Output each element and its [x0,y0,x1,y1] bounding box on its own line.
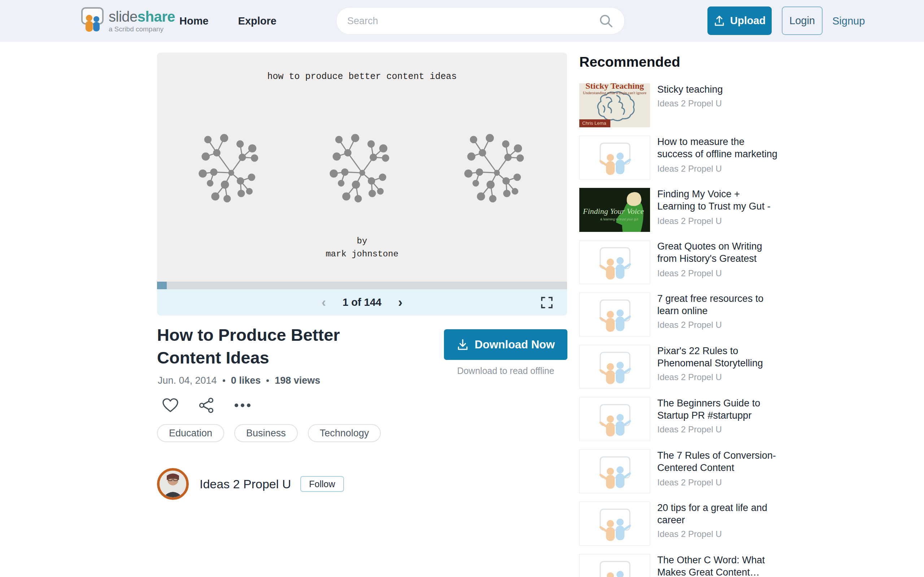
recommended-item[interactable]: Pixar's 22 Rules to Phenomenal Storytell… [579,345,778,389]
recommended-item-text: How to measure the success of offline ma… [657,135,778,180]
slideshare-placeholder-icon [580,502,650,546]
mindmap-graphic-2 [324,125,398,215]
category-tags: Education Business Technology [157,424,381,442]
current-slide[interactable]: how to produce better content ideas by m… [157,53,567,282]
recommended-item[interactable]: Finding Your Voice & learning to trust y… [579,188,778,232]
recommended-item-title[interactable]: How to measure the success of offline ma… [657,135,778,161]
share-button[interactable] [198,397,215,414]
slideshare-placeholder-icon [580,136,650,180]
recommended-item-text: 7 great free resources to learn onlineId… [657,292,778,337]
signup-link[interactable]: Signup [832,0,865,42]
tag-education[interactable]: Education [157,424,224,442]
recommended-thumbnail[interactable] [579,449,650,493]
recommended-item-author: Ideas 2 Propel U [657,320,778,330]
recommended-item-author: Ideas 2 Propel U [657,477,778,488]
recommended-item-author: Ideas 2 Propel U [657,529,778,539]
author-avatar[interactable] [157,468,189,500]
recommended-item-title[interactable]: The Other C Word: What Makes Great Conte… [657,554,778,577]
mindmap-graphic-1 [193,125,267,215]
upload-label: Upload [730,15,766,27]
recommended-item-text: The 7 Rules of Conversion-Centered Conte… [657,449,778,493]
slide-scrollbar-thumb[interactable] [157,282,167,289]
sticky-thumb-subtitle: Understanding what a brain can't ignore [579,90,650,95]
recommended-item-title[interactable]: Sticky teaching [657,83,778,95]
player-controls: ‹ 1 of 144 › [157,289,567,316]
recommended-item-title[interactable]: 7 great free resources to learn online [657,292,778,317]
tag-technology[interactable]: Technology [308,424,381,442]
previous-slide-button[interactable]: ‹ [321,296,326,309]
recommended-thumbnail[interactable] [579,554,650,577]
recommended-item-text: Finding My Voice + Learning to Trust my … [657,188,778,232]
recommended-item[interactable]: How to measure the success of offline ma… [579,135,778,180]
author-name[interactable]: Ideas 2 Propel U [200,477,291,491]
recommended-item[interactable]: The Beginners Guide to Startup PR #start… [579,397,778,441]
recommended-thumbnail[interactable] [579,240,650,284]
share-icon [199,397,215,413]
views-count: 198 views [275,375,320,386]
heart-icon [162,398,179,413]
presentation-meta: Jun. 04, 2014 0 likes 198 views [158,375,320,386]
upload-button[interactable]: Upload [708,6,772,35]
recommended-item[interactable]: 7 great free resources to learn onlineId… [579,292,778,337]
sticky-thumb-title: Sticky Teaching [579,83,650,91]
recommended-item-title[interactable]: The Beginners Guide to Startup PR #start… [657,397,778,422]
action-bar [162,397,251,414]
voice-thumb-title: Finding Your Voice [583,206,644,216]
recommended-item[interactable]: Great Quotes on Writing from History's G… [579,240,778,284]
recommended-thumbnail[interactable] [579,135,650,180]
signup-label: Signup [832,15,865,27]
more-options-button[interactable] [234,397,251,414]
follow-button[interactable]: Follow [300,476,344,492]
recommended-item-text: 20 tips for a great life and careerIdeas… [657,501,778,546]
logo-wordmark: slideshare [109,10,175,24]
recommended-item-title[interactable]: The 7 Rules of Conversion-Centered Conte… [657,449,778,475]
recommended-thumbnail[interactable] [579,501,650,546]
download-label: Download Now [475,338,555,351]
slide-player: how to produce better content ideas by m… [157,53,567,316]
recommended-thumbnail[interactable]: Finding Your Voice & learning to trust y… [579,188,650,232]
search-input[interactable] [347,16,598,27]
search-bar[interactable] [336,7,625,35]
slide-scrollbar[interactable] [157,282,567,289]
search-icon[interactable] [598,13,614,29]
recommended-item-title[interactable]: Finding My Voice + Learning to Trust my … [657,188,778,213]
download-icon [457,338,469,351]
voice-thumb-subtitle: & learning to trust your gut [600,218,638,221]
next-slide-button[interactable]: › [398,296,402,309]
recommended-item-title[interactable]: 20 tips for a great life and career [657,501,778,526]
recommended-list: Sticky Teaching Understanding what a bra… [579,83,778,577]
recommended-item[interactable]: 20 tips for a great life and careerIdeas… [579,501,778,546]
recommended-item-title[interactable]: Great Quotes on Writing from History's G… [657,240,778,266]
recommended-item-author: Ideas 2 Propel U [657,268,778,279]
slideshare-logo[interactable]: slideshare a Scribd company [81,7,175,33]
recommended-item-text: The Other C Word: What Makes Great Conte… [657,554,778,577]
recommended-thumbnail[interactable] [579,345,650,389]
login-button[interactable]: Login [782,6,822,35]
like-button[interactable] [162,397,179,414]
slideshare-placeholder-icon [580,240,650,284]
recommended-item[interactable]: The Other C Word: What Makes Great Conte… [579,554,778,577]
recommended-thumbnail[interactable] [579,292,650,337]
recommended-item-text: Great Quotes on Writing from History's G… [657,240,778,284]
recommended-item[interactable]: The 7 Rules of Conversion-Centered Conte… [579,449,778,493]
presentation-title: How to Produce Better Content Ideas [157,324,402,369]
recommended-thumbnail[interactable] [579,397,650,441]
slideshare-logo-icon [81,7,103,32]
nav-home[interactable]: Home [179,15,208,27]
recommended-item[interactable]: Sticky Teaching Understanding what a bra… [579,83,778,127]
tag-business[interactable]: Business [234,424,298,442]
nav-explore[interactable]: Explore [238,15,276,27]
fullscreen-icon[interactable] [540,295,554,310]
recommended-heading: Recommended [579,54,680,70]
follow-label: Follow [309,479,335,489]
recommended-thumbnail[interactable]: Sticky Teaching Understanding what a bra… [579,83,650,127]
top-header: slideshare a Scribd company Home Explore… [0,0,924,42]
recommended-item-title[interactable]: Pixar's 22 Rules to Phenomenal Storytell… [657,345,778,369]
logo-tagline: a Scribd company [109,25,175,33]
main-nav: Home Explore [179,0,276,42]
recommended-item-author: Ideas 2 Propel U [657,98,778,108]
download-now-button[interactable]: Download Now [444,329,567,360]
recommended-item-text: Sticky teachingIdeas 2 Propel U [657,83,778,127]
slide-byline: by mark johnstone [157,235,567,261]
slideshare-placeholder-icon [580,397,650,441]
